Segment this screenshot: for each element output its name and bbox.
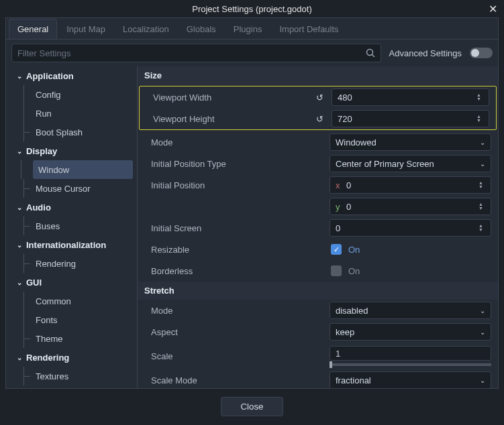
chevron-down-icon: ⌄ — [480, 139, 485, 146]
sidebar-group-application[interactable]: ⌄Application — [6, 66, 137, 85]
sidebar-item-buses[interactable]: Buses — [6, 217, 137, 235]
sidebar-group-i18n[interactable]: ⌄Internationalization — [6, 235, 137, 254]
aspect-dropdown[interactable]: keep ⌄ — [330, 323, 491, 341]
filter-search[interactable] — [11, 44, 381, 62]
sidebar-group-audio[interactable]: ⌄Audio — [6, 198, 137, 217]
mode-dropdown[interactable]: Windowed ⌄ — [330, 133, 491, 151]
row-init-pos-x: Initial Position x 0 ▲▼ — [138, 174, 498, 196]
viewport-width-input[interactable]: 480 ▲▼ — [332, 88, 489, 106]
resizable-checkbox[interactable]: ✓ — [331, 244, 342, 255]
chevron-down-icon: ⌄ — [17, 147, 22, 155]
row-stretch-mode: Mode disabled ⌄ — [138, 300, 498, 321]
tab-general[interactable]: General — [9, 19, 57, 39]
axis-x-label: x — [336, 180, 346, 190]
close-button[interactable]: Close — [221, 397, 283, 416]
chevron-down-icon: ⌄ — [480, 307, 485, 314]
close-icon[interactable]: ✕ — [489, 3, 497, 15]
sidebar-item-mouse-cursor[interactable]: Mouse Cursor — [6, 179, 137, 198]
highlighted-properties: Viewport Width ↺ 480 ▲▼ Viewport Height … — [139, 86, 497, 130]
row-viewport-width: Viewport Width ↺ 480 ▲▼ — [140, 86, 496, 108]
sidebar-group-gui[interactable]: ⌄GUI — [6, 273, 137, 292]
chevron-down-icon: ⌄ — [480, 328, 485, 336]
sidebar-item-i18n-rendering[interactable]: Rendering — [6, 254, 137, 273]
window-title: Project Settings (project.godot) — [192, 4, 311, 14]
row-resizable: Resizable ✓ On — [138, 239, 498, 260]
init-screen-input[interactable]: 0 ▲▼ — [330, 219, 491, 237]
sidebar-group-display[interactable]: ⌄Display — [6, 141, 137, 160]
row-mode: Mode Windowed ⌄ — [138, 131, 498, 153]
sidebar-item-boot-splash[interactable]: Boot Splash — [6, 123, 137, 141]
advanced-settings-label: Advanced Settings — [389, 48, 462, 58]
sidebar-item-textures[interactable]: Textures — [6, 367, 137, 385]
tab-plugins[interactable]: Plugins — [225, 19, 270, 39]
svg-point-0 — [366, 50, 372, 56]
sidebar-item-common[interactable]: Common — [6, 292, 137, 310]
viewport-height-input[interactable]: 720 ▲▼ — [332, 110, 489, 127]
chevron-down-icon: ⌄ — [17, 241, 22, 249]
tab-bar: General Input Map Localization Globals P… — [6, 18, 498, 40]
axis-y-label: y — [336, 202, 346, 212]
reset-icon[interactable]: ↺ — [313, 114, 326, 124]
spinner-icon[interactable]: ▲▼ — [478, 202, 485, 210]
chevron-down-icon: ⌄ — [17, 279, 22, 286]
search-input[interactable] — [17, 48, 366, 58]
advanced-toggle[interactable] — [470, 48, 493, 58]
tab-localization[interactable]: Localization — [115, 19, 177, 39]
settings-panel: Size Viewport Width ↺ 480 ▲▼ Viewport He… — [138, 66, 498, 388]
section-size-header: Size — [138, 66, 498, 84]
row-aspect: Aspect keep ⌄ — [138, 321, 498, 343]
tab-import-defaults[interactable]: Import Defaults — [271, 19, 346, 39]
sidebar-group-rendering[interactable]: ⌄Rendering — [6, 348, 137, 367]
row-viewport-height: Viewport Height ↺ 720 ▲▼ — [140, 108, 496, 129]
chevron-down-icon: ⌄ — [480, 160, 485, 168]
sidebar-item-config[interactable]: Config — [6, 85, 137, 104]
section-stretch-header: Stretch — [138, 282, 498, 300]
sidebar-item-theme[interactable]: Theme — [6, 329, 137, 348]
chevron-down-icon: ⌄ — [17, 354, 22, 361]
row-scale: Scale 1 — [138, 343, 498, 369]
spinner-icon[interactable]: ▲▼ — [478, 181, 485, 189]
row-init-pos-y: y 0 ▲▼ — [138, 196, 498, 217]
row-borderless: Borderless On — [138, 260, 498, 282]
sidebar-item-window[interactable]: Window — [33, 160, 133, 179]
sidebar-item-fonts[interactable]: Fonts — [6, 310, 137, 329]
init-pos-type-dropdown[interactable]: Center of Primary Screen ⌄ — [330, 155, 491, 172]
chevron-down-icon: ⌄ — [480, 377, 485, 384]
slider-track[interactable] — [330, 363, 491, 366]
tab-input-map[interactable]: Input Map — [58, 19, 113, 39]
chevron-down-icon: ⌄ — [17, 72, 22, 80]
sidebar-item-run[interactable]: Run — [6, 104, 137, 123]
row-init-screen: Initial Screen 0 ▲▼ — [138, 217, 498, 239]
spinner-icon[interactable]: ▲▼ — [476, 115, 483, 123]
spinner-icon[interactable]: ▲▼ — [476, 93, 483, 101]
row-init-pos-type: Initial Position Type Center of Primary … — [138, 153, 498, 174]
spinner-icon[interactable]: ▲▼ — [478, 224, 485, 232]
borderless-checkbox[interactable] — [331, 265, 342, 276]
tab-globals[interactable]: Globals — [179, 19, 224, 39]
sidebar: ⌄Application Config Run Boot Splash ⌄Dis… — [6, 66, 138, 388]
search-icon — [366, 48, 375, 58]
chevron-down-icon: ⌄ — [17, 204, 22, 211]
stretch-mode-dropdown[interactable]: disabled ⌄ — [330, 302, 491, 319]
init-pos-y-input[interactable]: y 0 ▲▼ — [330, 198, 491, 215]
reset-icon[interactable]: ↺ — [313, 93, 326, 103]
svg-line-1 — [372, 55, 374, 58]
row-scale-mode: Scale Mode fractional ⌄ — [138, 369, 498, 388]
scale-slider[interactable]: 1 — [330, 346, 491, 366]
init-pos-x-input[interactable]: x 0 ▲▼ — [330, 176, 491, 194]
scale-mode-dropdown[interactable]: fractional ⌄ — [330, 371, 491, 388]
